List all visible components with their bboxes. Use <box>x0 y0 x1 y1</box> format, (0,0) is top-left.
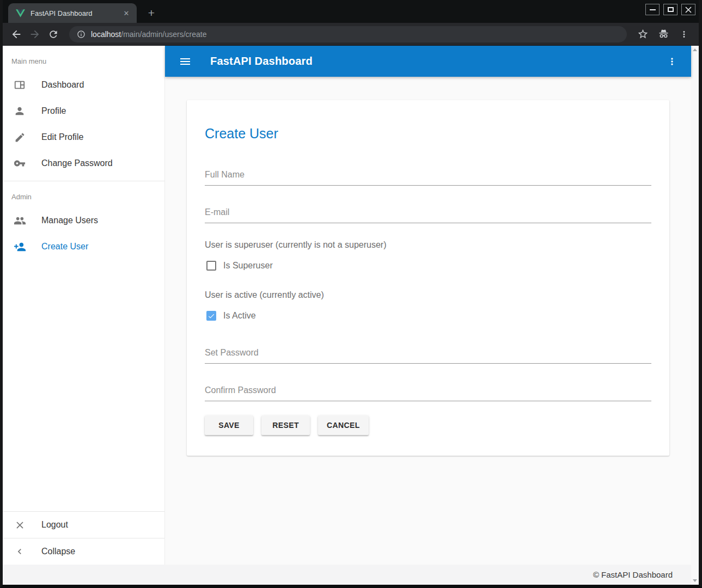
minimize-icon <box>650 9 656 10</box>
sidebar-item-logout[interactable]: Logout <box>3 512 164 538</box>
incognito-icon <box>657 28 670 40</box>
person-add-icon <box>13 240 26 253</box>
page-title: Create User <box>205 124 651 143</box>
vertical-scrollbar[interactable] <box>691 46 699 585</box>
window-close-button[interactable] <box>681 4 695 15</box>
browser-tab-bar: FastAPI Dashboard ✕ + <box>3 0 699 23</box>
sidebar-item-create-user[interactable]: Create User <box>3 234 164 260</box>
close-x-icon <box>13 518 26 531</box>
incognito-profile-button[interactable] <box>654 25 673 44</box>
browser-menu-button[interactable] <box>675 25 693 44</box>
chevron-left-icon <box>13 545 26 558</box>
sidebar-item-profile[interactable]: Profile <box>3 98 164 124</box>
window-minimize-button[interactable] <box>645 4 660 15</box>
email-input[interactable] <box>205 204 651 223</box>
sidebar-item-manage-users[interactable]: Manage Users <box>3 207 164 234</box>
back-button[interactable] <box>7 25 26 44</box>
confirm-password-input[interactable] <box>205 382 651 401</box>
pencil-icon <box>13 131 26 144</box>
vue-logo-icon <box>16 9 25 17</box>
page-content: Create User User is superuser (currently… <box>165 77 691 565</box>
bookmark-button[interactable] <box>633 25 652 44</box>
browser-tab[interactable]: FastAPI Dashboard ✕ <box>8 3 137 23</box>
is-active-checkbox-row[interactable]: Is Active <box>205 308 651 323</box>
create-user-card: Create User User is superuser (currently… <box>187 100 669 456</box>
sidebar-item-collapse[interactable]: Collapse <box>3 538 164 565</box>
sidebar-item-label: Logout <box>41 520 68 530</box>
checkbox-icon[interactable] <box>206 311 216 321</box>
tab-title: FastAPI Dashboard <box>30 9 121 17</box>
key-icon <box>13 157 26 170</box>
scroll-down-button[interactable] <box>691 577 699 585</box>
reset-button[interactable]: RESET <box>261 415 310 435</box>
star-outline-icon <box>637 28 649 40</box>
browser-toolbar: localhost/main/admin/users/create <box>3 23 699 46</box>
cancel-button[interactable]: CANCEL <box>318 415 369 435</box>
window-maximize-button[interactable] <box>663 4 677 15</box>
checkbox-label: Is Active <box>223 311 256 321</box>
active-note: User is active (currently active) <box>205 289 651 302</box>
copyright-text: © FastAPI Dashboard <box>593 570 673 579</box>
sidebar-item-label: Create User <box>41 242 88 252</box>
scroll-up-button[interactable] <box>691 46 699 54</box>
sidebar-caption-main-menu: Main menu <box>3 50 164 72</box>
url-text: localhost/main/admin/users/create <box>91 30 206 39</box>
arrow-right-icon <box>29 28 41 40</box>
checkbox-label: Is Superuser <box>223 261 273 271</box>
three-dots-vertical-icon <box>679 29 689 39</box>
toolbar-right-icons <box>633 25 693 44</box>
person-icon <box>13 105 26 118</box>
email-field <box>205 204 651 223</box>
sidebar-spacer <box>3 260 164 511</box>
forward-button[interactable] <box>26 25 44 44</box>
arrow-left-icon <box>10 28 22 40</box>
superuser-note: User is superuser (currently is not a su… <box>205 238 651 252</box>
triangle-up-icon <box>693 48 697 51</box>
tab-close-icon[interactable]: ✕ <box>121 8 131 18</box>
app-title: FastAPI Dashboard <box>210 55 313 68</box>
maximize-icon <box>668 7 674 12</box>
people-icon <box>13 214 26 227</box>
hamburger-menu-button[interactable] <box>178 54 192 69</box>
sidebar-item-label: Edit Profile <box>41 132 83 142</box>
address-bar[interactable]: localhost/main/admin/users/create <box>69 26 627 42</box>
sidebar-bottom: Logout Collapse <box>3 511 164 565</box>
sidebar-item-edit-profile[interactable]: Edit Profile <box>3 124 164 150</box>
app-menu-button[interactable] <box>665 54 679 69</box>
save-button[interactable]: SAVE <box>205 415 253 435</box>
sidebar-item-label: Dashboard <box>41 80 84 90</box>
sidebar-divider <box>3 181 164 181</box>
sidebar-caption-admin: Admin <box>3 186 164 207</box>
checkbox-icon[interactable] <box>206 261 216 271</box>
page-info-icon[interactable] <box>77 30 86 39</box>
dashboard-icon <box>13 78 26 91</box>
sidebar: Main menu Dashboard Profile Edit Profile <box>3 46 165 565</box>
close-icon <box>685 7 692 13</box>
main-area: FastAPI Dashboard Create User <box>165 46 691 565</box>
triangle-down-icon <box>693 579 697 582</box>
form-actions: SAVE RESET CANCEL <box>205 415 651 435</box>
refresh-icon <box>48 29 59 40</box>
set-password-field <box>205 345 651 364</box>
sidebar-item-change-password[interactable]: Change Password <box>3 150 164 176</box>
full-name-input[interactable] <box>205 167 651 186</box>
set-password-input[interactable] <box>205 345 651 364</box>
browser-window: FastAPI Dashboard ✕ + localhost/main/adm… <box>0 0 702 588</box>
sidebar-item-dashboard[interactable]: Dashboard <box>3 72 164 98</box>
sidebar-item-label: Collapse <box>41 547 75 556</box>
sidebar-item-label: Profile <box>41 106 66 116</box>
app-bar: FastAPI Dashboard <box>165 46 691 77</box>
window-controls <box>645 4 695 15</box>
sidebar-item-label: Manage Users <box>41 216 98 225</box>
page-footer: © FastAPI Dashboard <box>3 565 691 585</box>
is-superuser-checkbox-row[interactable]: Is Superuser <box>205 258 651 273</box>
url-host: localhost <box>91 30 121 39</box>
hamburger-icon <box>179 55 192 68</box>
confirm-password-field <box>205 382 651 401</box>
new-tab-button[interactable]: + <box>143 5 160 21</box>
three-dots-vertical-icon <box>667 56 677 67</box>
full-name-field <box>205 167 651 186</box>
reload-button[interactable] <box>44 25 63 44</box>
scrollbar-track[interactable] <box>691 54 699 577</box>
sidebar-item-label: Change Password <box>41 158 113 168</box>
